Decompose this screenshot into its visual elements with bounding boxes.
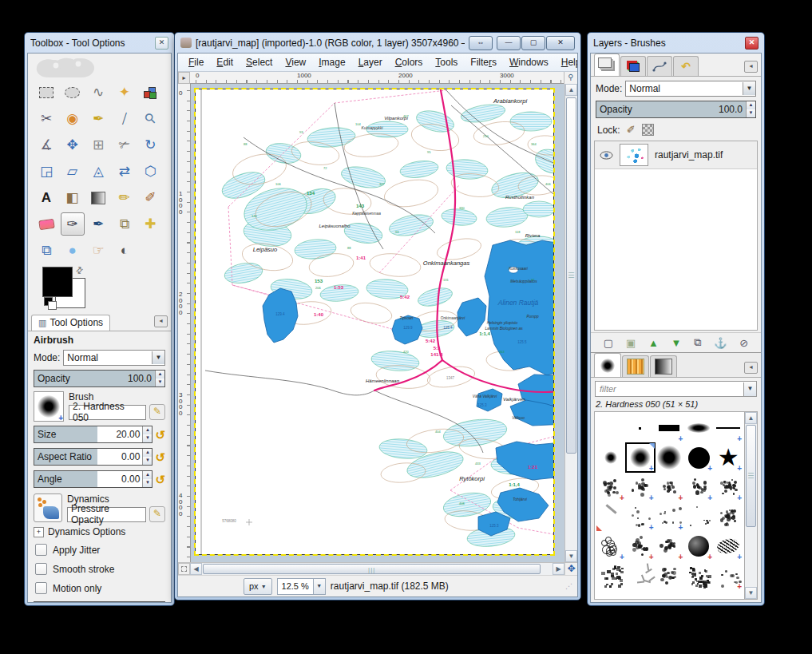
menu-select[interactable]: Select [240, 55, 278, 69]
menu-help[interactable]: Help [556, 55, 578, 69]
navigation-icon[interactable]: ✥ [564, 563, 577, 575]
quick-mask-toggle[interactable] [178, 563, 190, 575]
paintbrush-tool[interactable]: ✐ [138, 186, 162, 209]
tool-options-menu-button[interactable]: ◂ [154, 315, 168, 327]
resize-grip[interactable]: ⋰ [565, 582, 572, 590]
new-layer-icon[interactable]: ▢ [604, 337, 613, 349]
brush-item[interactable] [684, 561, 713, 590]
reset-icon[interactable]: ↺ [155, 451, 165, 463]
angle-slider[interactable]: Angle0.00▲▼ [34, 470, 152, 488]
brush-item[interactable]: + [626, 532, 655, 561]
brush-thumbnail[interactable]: + [34, 391, 64, 422]
layer-mode-select[interactable]: Normal ▼ [625, 81, 756, 97]
brush-item[interactable]: ★+ [714, 443, 743, 472]
ink-tool[interactable]: ✒ [86, 212, 110, 236]
layer-thumbnail[interactable] [620, 144, 648, 166]
zoom-fit-icon[interactable]: ⚲ [564, 72, 577, 84]
maximize-button[interactable]: ▢ [521, 36, 545, 50]
dynamics-icon[interactable] [34, 493, 62, 522]
checkbox-motion-only[interactable]: Motion only [35, 582, 165, 594]
brush-name-field[interactable]: 2. Hardness 050 [69, 405, 146, 420]
brush-item[interactable]: + [684, 443, 713, 472]
menu-edit[interactable]: Edit [211, 55, 239, 69]
visibility-eye-icon[interactable] [600, 151, 613, 160]
brush-item[interactable]: + [684, 532, 713, 561]
opacity-spinner[interactable]: ▲▼ [155, 371, 164, 386]
scissors-select-tool[interactable]: ✂ [34, 107, 58, 130]
lower-layer-icon[interactable]: ▼ [671, 337, 682, 349]
lock-alpha-icon[interactable] [642, 124, 654, 136]
brush-item[interactable] [596, 561, 625, 590]
dodge-burn-tool[interactable]: ◐ [113, 239, 137, 262]
brush-filter-input[interactable]: filter ▼ [595, 381, 757, 397]
layers-titlebar[interactable]: Layers - Brushes ✕ [589, 34, 762, 51]
spinner[interactable]: ▲▼ [142, 471, 152, 487]
edit-brush-icon[interactable]: ✎ [149, 404, 165, 420]
menu-view[interactable]: View [279, 55, 311, 69]
swap-colors-icon[interactable]: ⇄ [73, 264, 86, 277]
eraser-tool[interactable] [34, 212, 58, 236]
checkbox-apply-jitter[interactable]: Apply Jitter [35, 544, 165, 556]
brush-item[interactable] [596, 502, 625, 531]
brush-item[interactable]: + [596, 473, 625, 501]
dynamics-options-expander[interactable]: + Dynamics Options [34, 526, 165, 537]
paths-tool[interactable]: ✒ [86, 107, 110, 130]
map-page[interactable]: 8893104467330106723479521036440612088931… [196, 89, 553, 554]
brush-item[interactable]: + [714, 414, 743, 442]
minimize-button[interactable]: — [497, 36, 521, 50]
scroll-right-icon[interactable]: ▶ [553, 563, 564, 575]
checkbox-icon[interactable] [35, 563, 47, 575]
rate-spinner[interactable]: ▲▼ [155, 602, 164, 603]
brush-item[interactable] [684, 414, 713, 442]
menu-layer[interactable]: Layer [353, 55, 388, 69]
checkbox-smooth-stroke[interactable]: Smooth stroke [35, 563, 165, 575]
shear-tool[interactable]: ▱ [61, 160, 85, 183]
menu-colors[interactable]: Colors [390, 55, 429, 69]
checkbox-icon[interactable] [35, 544, 47, 556]
fuzzy-select-tool[interactable]: ✦ [113, 81, 137, 104]
brush-item[interactable]: + [714, 532, 743, 561]
toolbox-close-button[interactable]: ✕ [155, 37, 168, 50]
measure-tool[interactable]: ∡ [34, 133, 58, 157]
brush-scroll-up-icon[interactable]: ▲ [745, 412, 757, 424]
scroll-left-icon[interactable]: ◀ [190, 563, 202, 575]
perspective-clone-tool[interactable]: ⧉ [34, 239, 58, 262]
smudge-tool[interactable]: ☞ [86, 239, 110, 262]
spinner[interactable]: ▲▼ [142, 426, 152, 442]
brush-item[interactable] [596, 443, 625, 472]
tab-patterns[interactable] [622, 355, 649, 377]
menu-tools[interactable]: Tools [430, 55, 463, 69]
foreground-color-swatch[interactable] [42, 267, 73, 297]
image-titlebar[interactable]: [rautjarvi_map] (imported)-1.0 (RGB colo… [176, 34, 579, 51]
brush-item[interactable]: + [656, 414, 684, 442]
mode-select[interactable]: Normal ▼ [63, 350, 165, 366]
pencil-tool[interactable]: ✏ [113, 186, 137, 209]
delete-layer-icon[interactable]: ⊘ [739, 337, 748, 349]
heal-tool[interactable]: ✚ [138, 212, 162, 236]
default-colors-icon-bg[interactable] [48, 301, 57, 310]
brush-item[interactable] [656, 561, 684, 590]
brush-item[interactable]: + [626, 473, 655, 501]
brush-item[interactable] [626, 561, 655, 590]
close-button[interactable]: ✕ [546, 36, 575, 50]
layers-menu-button[interactable]: ◂ [744, 61, 758, 73]
free-select-tool[interactable]: ∿ [86, 81, 110, 104]
tab-layers[interactable] [594, 54, 620, 76]
align-tool[interactable]: ⊞ [86, 133, 110, 157]
layer-opacity-slider[interactable]: Opacity 100.0 ▲▼ [596, 101, 756, 118]
duplicate-layer-icon[interactable]: ⧉ [694, 336, 701, 349]
reset-icon[interactable]: ↺ [155, 474, 165, 486]
toolbox-titlebar[interactable]: Toolbox - Tool Options ✕ [26, 34, 172, 51]
blur-sharpen-tool[interactable]: ● [61, 239, 85, 262]
clone-tool[interactable]: ⧉ [113, 212, 137, 236]
canvas[interactable]: 8893104467330106723479521036440612088931… [191, 84, 564, 562]
cage-transform-tool[interactable]: ⬡ [138, 160, 162, 183]
new-group-icon[interactable]: ▣ [626, 337, 636, 349]
rectangle-select-tool[interactable] [34, 81, 58, 104]
move-tool[interactable]: ✥ [61, 133, 85, 157]
color-area[interactable]: ⇄ [42, 267, 90, 310]
brush-item[interactable]: + [656, 473, 684, 501]
brush-item[interactable]: + [684, 473, 713, 501]
text-tool[interactable]: A [34, 186, 58, 209]
dynamics-field[interactable]: Pressure Opacity [67, 507, 146, 522]
